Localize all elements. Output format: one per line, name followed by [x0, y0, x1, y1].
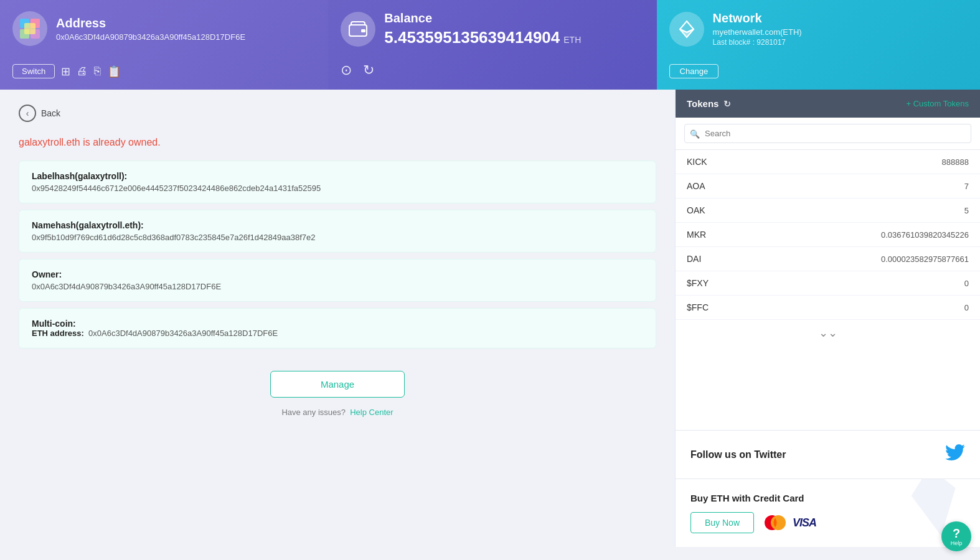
- tokens-title: Tokens ↻: [687, 98, 731, 109]
- token-name-mkr: MKR: [687, 230, 706, 240]
- eth-address-value: 0x0A6c3Df4dA90879b3426a3A90ff45a128D17DF…: [88, 329, 278, 338]
- labelhash-label: Labelhash(galaxytroll):: [32, 171, 643, 181]
- token-row-oak: OAK 5: [676, 198, 980, 223]
- token-amount-ffc: 0: [964, 303, 969, 312]
- send-icon[interactable]: ↻: [363, 62, 374, 78]
- print-icon[interactable]: 🖨: [77, 65, 88, 78]
- manage-btn-wrap: Manage: [19, 371, 656, 398]
- show-more-button[interactable]: ⌄⌄: [676, 320, 980, 346]
- token-row-dai: DAI 0.000023582975877661: [676, 247, 980, 271]
- token-amount-dai: 0.000023582975877661: [881, 254, 969, 264]
- help-center-link[interactable]: Help Center: [350, 408, 393, 417]
- network-block: Last block# : 9281017: [713, 38, 802, 47]
- eth-icon: [676, 19, 697, 40]
- header-row: Address 0x0A6c3Df4dA90879b3426a3A90ff45a…: [0, 0, 980, 90]
- twitter-text: Follow us on Twitter: [690, 449, 786, 460]
- address-title: Address: [56, 16, 245, 30]
- mastercard-icon: [763, 515, 788, 531]
- help-float-label: Help: [951, 540, 963, 546]
- address-value: 0x0A6c3Df4dA90879b3426a3A90ff45a128D17DF…: [56, 32, 245, 42]
- payment-logos: VISA: [763, 515, 816, 531]
- token-amount-mkr: 0.03676103982034​5226: [881, 230, 969, 240]
- token-row-aoa: AOA 7: [676, 174, 980, 198]
- namehash-value: 0x9f5b10d9f769cd61d6d28c5c8d368adf0783c2…: [32, 233, 643, 242]
- token-amount-oak: 5: [964, 206, 969, 215]
- help-question-icon: ?: [953, 527, 960, 539]
- qr-icon[interactable]: ⊞: [61, 65, 70, 78]
- labelhash-card: Labelhash(galaxytroll): 0x95428249f54446…: [19, 161, 656, 203]
- address-actions: Switch ⊞ 🖨 ⎘ 📋: [12, 64, 313, 78]
- switch-button[interactable]: Switch: [12, 64, 55, 78]
- address-card-top: Address 0x0A6c3Df4dA90879b3426a3A90ff45a…: [12, 11, 313, 46]
- address-info: Address 0x0A6c3Df4dA90879b3426a3A90ff45a…: [56, 16, 245, 42]
- network-name: myetherwallet.com(ETH): [713, 27, 802, 37]
- right-sidebar: Tokens ↻ + Custom Tokens 🔍 KICK 888888 A…: [675, 90, 980, 547]
- token-amount-fxy: 0: [964, 279, 969, 288]
- copy-icon[interactable]: ⎘: [94, 65, 101, 78]
- search-inner: 🔍: [684, 124, 971, 143]
- search-input[interactable]: [684, 124, 971, 143]
- address-avatar-icon: [19, 17, 41, 40]
- buy-now-button[interactable]: Buy Now: [690, 512, 754, 533]
- svg-marker-8: [680, 29, 694, 37]
- search-icon: 🔍: [690, 129, 700, 138]
- svg-point-10: [771, 515, 786, 530]
- token-row-mkr: MKR 0.03676103982034​5226: [676, 223, 980, 247]
- multicoin-card: Multi-coin: ETH address: 0x0A6c3Df4dA908…: [19, 308, 656, 348]
- namehash-label: Namehash(galaxytroll.eth):: [32, 220, 643, 230]
- address-card: Address 0x0A6c3Df4dA90879b3426a3A90ff45a…: [0, 0, 328, 90]
- eth-address-prefix: ETH address:: [32, 329, 84, 338]
- visa-icon: VISA: [793, 516, 816, 530]
- dots-icon[interactable]: ⊙: [341, 62, 352, 78]
- svg-rect-4: [24, 23, 35, 34]
- token-row-ffc: $FFC 0: [676, 296, 980, 320]
- tokens-header: Tokens ↻ + Custom Tokens: [676, 90, 980, 118]
- left-content: ‹ Back galaxytroll.eth is already owned.…: [0, 90, 675, 547]
- owned-message: galaxytroll.eth is already owned.: [19, 137, 656, 148]
- balance-card-top: Balance 5.453595135639414904 ETH: [341, 11, 641, 47]
- wallet-icon: [347, 19, 369, 40]
- help-text-row: Have any issues? Help Center: [19, 408, 656, 417]
- custom-tokens-link[interactable]: + Custom Tokens: [906, 99, 969, 108]
- twitter-section[interactable]: Follow us on Twitter: [676, 430, 980, 479]
- tokens-refresh-icon[interactable]: ↻: [723, 99, 731, 109]
- owner-label: Owner:: [32, 269, 643, 279]
- namehash-card: Namehash(galaxytroll.eth): 0x9f5b10d9f76…: [19, 210, 656, 253]
- owner-card: Owner: 0x0A6c3Df4dA90879b3426a3A90ff45a1…: [19, 259, 656, 302]
- token-list: KICK 888888 AOA 7 OAK 5 MKR 0.0367610398…: [676, 150, 980, 430]
- token-name-aoa: AOA: [687, 181, 705, 191]
- help-float-button[interactable]: ? Help: [941, 521, 971, 551]
- network-actions: Change: [669, 55, 965, 78]
- network-card: Network myetherwallet.com(ETH) Last bloc…: [657, 0, 980, 90]
- file-icon[interactable]: 📋: [107, 65, 121, 78]
- change-button[interactable]: Change: [669, 64, 719, 78]
- network-title: Network: [713, 11, 802, 26]
- network-icon-circle: [669, 12, 704, 47]
- labelhash-value: 0x95428249f54446c6712e006e4445237f502342…: [32, 184, 643, 193]
- back-button[interactable]: ‹ Back: [19, 105, 60, 122]
- tokens-title-text: Tokens: [687, 98, 719, 109]
- back-circle-icon: ‹: [19, 105, 36, 122]
- token-amount-kick: 888888: [942, 157, 969, 167]
- token-name-oak: OAK: [687, 205, 705, 215]
- token-name-ffc: $FFC: [687, 302, 709, 312]
- balance-amount: 5.453595135639414904: [384, 28, 560, 47]
- network-info: Network myetherwallet.com(ETH) Last bloc…: [713, 11, 802, 47]
- back-label: Back: [41, 108, 60, 118]
- token-amount-aoa: 7: [964, 182, 969, 191]
- balance-card: Balance 5.453595135639414904 ETH ⊙ ↻: [328, 0, 656, 90]
- balance-actions: ⊙ ↻: [341, 62, 641, 78]
- help-text-label: Have any issues?: [281, 408, 346, 417]
- token-name-dai: DAI: [687, 254, 701, 264]
- search-wrap: 🔍: [676, 118, 980, 150]
- multicoin-value: ETH address: 0x0A6c3Df4dA90879b3426a3A90…: [32, 329, 643, 338]
- token-name-kick: KICK: [687, 157, 707, 167]
- manage-button[interactable]: Manage: [270, 371, 405, 398]
- address-icon-circle: [12, 11, 47, 46]
- balance-info: Balance 5.453595135639414904 ETH: [384, 11, 581, 47]
- token-name-fxy: $FXY: [687, 278, 709, 288]
- balance-title: Balance: [384, 11, 581, 26]
- balance-currency: ETH: [563, 35, 581, 45]
- main-layout: ‹ Back galaxytroll.eth is already owned.…: [0, 90, 980, 547]
- network-card-top: Network myetherwallet.com(ETH) Last bloc…: [669, 11, 965, 47]
